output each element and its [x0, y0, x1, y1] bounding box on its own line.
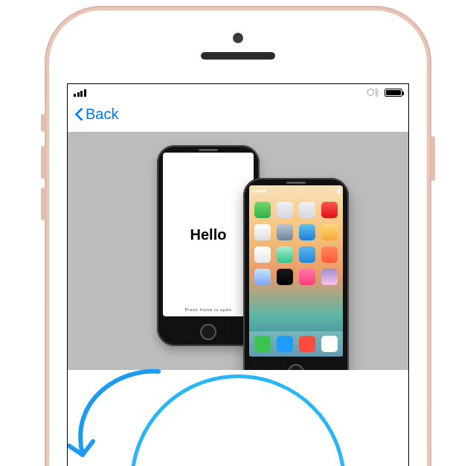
- hero-illustration: Hello Press home to open ●●●●▮: [68, 132, 408, 370]
- highlight-circle: [130, 374, 346, 466]
- illustration-phone-homescreen: ●●●●▮: [243, 178, 349, 386]
- press-home-text: Press home to open: [185, 307, 232, 312]
- device-frame: ⬡ ᛒ Back Hello Press home to open: [45, 6, 431, 466]
- bluetooth-icon: ⬡: [367, 87, 374, 98]
- bottom-area: Set Up Manually: [68, 370, 408, 466]
- battery-icon: [385, 89, 402, 97]
- volume-up-button: [41, 146, 45, 179]
- cellular-signal-icon: [74, 88, 86, 97]
- earpiece: [201, 52, 275, 60]
- front-camera: [233, 33, 243, 43]
- volume-down-button: [41, 188, 45, 220]
- power-button: [431, 136, 435, 181]
- back-label: Back: [86, 106, 118, 123]
- device-screen: ⬡ ᛒ Back Hello Press home to open: [67, 83, 409, 466]
- chevron-left-icon: [74, 106, 84, 122]
- nav-bar: Back: [68, 100, 408, 127]
- status-bar: ⬡ ᛒ: [68, 84, 408, 100]
- mute-switch: [41, 114, 45, 132]
- callout-arrow-icon: [67, 361, 173, 466]
- home-button-icon: [200, 324, 216, 340]
- back-button[interactable]: Back: [74, 106, 118, 123]
- bluetooth-icon-glyph: ᛒ: [374, 87, 380, 98]
- hello-text: Hello: [190, 226, 227, 243]
